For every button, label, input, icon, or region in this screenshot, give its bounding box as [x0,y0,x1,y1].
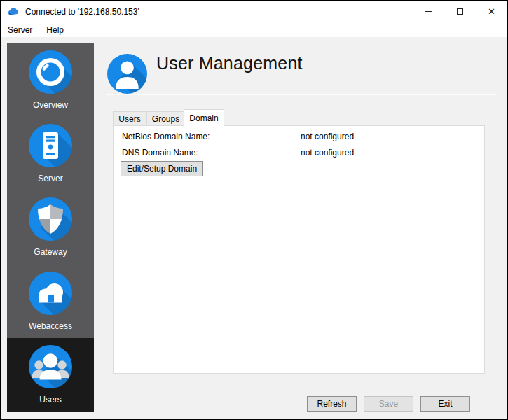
close-icon: ✕ [488,7,495,16]
lens-icon [28,50,73,94]
header-divider [106,94,496,94]
dns-domain-label: DNS Domain Name: [122,148,198,158]
maximize-button[interactable] [444,1,476,22]
sidebar-item-webaccess[interactable]: Webaccess [7,264,94,337]
window-controls: ✕ [413,1,507,22]
shield-icon [28,197,73,241]
netbios-domain-label: NetBios Domain Name: [122,132,210,141]
refresh-button[interactable]: Refresh [307,396,357,412]
menu-help[interactable]: Help [39,23,71,37]
minimize-icon [425,11,432,12]
user-management-icon [107,54,147,94]
server-icon [28,123,73,168]
netbios-domain-value: not configured [301,132,354,141]
edit-setup-domain-button[interactable]: Edit/Setup Domain [121,161,203,176]
cloud-icon [28,271,73,316]
users-icon [28,344,73,389]
sidebar-item-gateway[interactable]: Gateway [7,190,94,264]
domain-tab-panel: NetBios Domain Name: not configured DNS … [113,125,485,374]
sidebar-item-label: Users [39,395,61,405]
tab-users[interactable]: Users [113,111,146,126]
sidebar-item-label: Webaccess [29,321,72,331]
menu-bar: Server Help [1,22,507,37]
sidebar-item-overview[interactable]: Overview [7,43,94,116]
close-button[interactable]: ✕ [476,1,507,22]
save-button[interactable]: Save [364,396,413,412]
sidebar-item-label: Overview [33,100,68,110]
tab-domain[interactable]: Domain [184,109,224,126]
dns-domain-value: not configured [301,148,354,158]
sidebar-item-label: Server [38,174,62,183]
title-bar: Connected to '192.168.50.153' ✕ [1,1,507,22]
sidebar-item-server[interactable]: Server [7,116,94,190]
minimize-button[interactable] [413,1,444,22]
page-title: User Management [156,53,303,74]
cloud-app-icon [8,6,19,18]
sidebar-item-label: Gateway [34,247,67,257]
maximize-icon [457,8,463,15]
window-title: Connected to '192.168.50.153' [25,7,139,17]
menu-server[interactable]: Server [1,23,39,37]
tab-groups[interactable]: Groups [146,111,185,126]
exit-button[interactable]: Exit [420,396,470,412]
sidebar-item-users[interactable]: Users [7,338,94,412]
sidebar-nav: Overview Server [7,43,94,412]
app-window: Connected to '192.168.50.153' ✕ Server H… [0,0,508,420]
